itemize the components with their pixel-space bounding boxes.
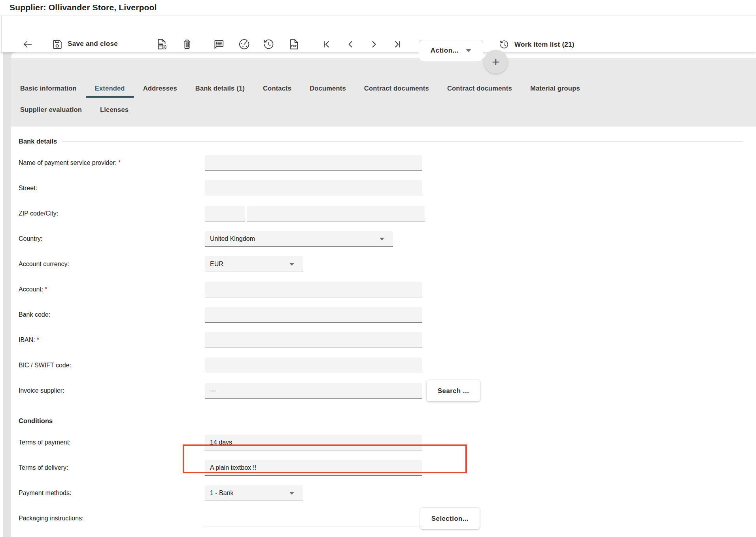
text-input[interactable]	[205, 357, 422, 373]
field-value: United Kingdom	[205, 235, 255, 242]
text-input[interactable]	[205, 180, 422, 196]
select-input[interactable]: EUR	[205, 256, 303, 272]
text-input[interactable]	[205, 307, 422, 323]
form-row: Country:United Kingdom	[11, 231, 756, 247]
form-row: ZIP code/City:	[11, 206, 756, 221]
form-row: IBAN:*	[11, 332, 756, 348]
field-label: Bank code:	[11, 311, 205, 318]
tab-licenses[interactable]: Licenses	[91, 106, 138, 119]
field-label: Country:	[11, 235, 205, 242]
next-record-icon[interactable]	[368, 38, 380, 51]
text-input[interactable]: A plain textbox !!	[205, 460, 422, 476]
field-label: ZIP code/City:	[11, 210, 205, 217]
text-input[interactable]	[205, 332, 422, 348]
back-arrow-icon[interactable]	[21, 38, 34, 51]
city-input[interactable]	[247, 206, 425, 221]
text-input[interactable]: 14 days	[205, 435, 422, 450]
text-input[interactable]	[205, 282, 422, 297]
tab-bank-details-1-[interactable]: Bank details (1)	[186, 85, 254, 98]
select-caret-icon	[380, 238, 384, 240]
comments-icon[interactable]	[212, 38, 225, 51]
form-row: Street:	[11, 180, 756, 196]
toolbar-left-divider	[1, 15, 2, 52]
section-rule	[62, 141, 743, 142]
field-value: A plain textbox !!	[205, 464, 256, 471]
field-label: BIC / SWIFT code:	[11, 362, 205, 369]
tab-contract-documents[interactable]: Contract documents	[438, 85, 521, 98]
section-rule	[58, 421, 743, 421]
field-label: Payment methods:	[11, 490, 205, 497]
tab-addresses[interactable]: Addresses	[134, 85, 186, 98]
save-icon[interactable]	[51, 38, 63, 51]
previous-record-icon[interactable]	[344, 38, 357, 51]
gauge-icon[interactable]	[238, 38, 250, 51]
svg-text:PDF: PDF	[291, 44, 297, 48]
form-row: Account currency:EUR	[11, 256, 756, 272]
left-gutter-strip	[3, 52, 11, 537]
tab-row-1: Basic informationExtendedAddressesBank d…	[11, 85, 589, 98]
tab-contacts[interactable]: Contacts	[254, 85, 301, 98]
field-value: 1 - Bank	[205, 490, 234, 497]
add-tab-button[interactable]: +	[484, 50, 508, 74]
chevron-down-icon	[466, 49, 471, 52]
form-row: Account:*	[11, 282, 756, 297]
first-record-icon[interactable]	[320, 38, 333, 51]
field-label: Account:*	[11, 286, 205, 293]
tab-extended[interactable]: Extended	[86, 85, 134, 98]
toolbar: Save and close	[0, 15, 756, 52]
field-label: Invoice supplier:	[11, 387, 205, 394]
tab-documents[interactable]: Documents	[301, 85, 355, 98]
form-row: Packaging instructions:Selection...	[11, 511, 756, 526]
field-label: Name of payment service provider:*	[11, 159, 205, 166]
work-item-list-button[interactable]: Work item list (21)	[499, 39, 575, 50]
select-input[interactable]: United Kingdom	[205, 231, 393, 247]
select-input[interactable]: 1 - Bank	[205, 485, 303, 501]
last-record-icon[interactable]	[391, 38, 404, 51]
tab-strip: + Basic informationExtendedAddressesBank…	[11, 52, 756, 127]
field-label: IBAN:*	[11, 337, 205, 344]
field-value: ---	[205, 387, 216, 394]
new-document-icon[interactable]	[155, 38, 168, 51]
pdf-export-icon[interactable]: PDF	[287, 38, 300, 51]
form-content: Bank detailsName of payment service prov…	[11, 137, 756, 526]
form-row: Payment methods:1 - Bank	[11, 485, 756, 501]
window-title-bar: Supplier: Ollivander Store, Liverpool	[0, 0, 756, 15]
field-label: Terms of delivery:	[11, 464, 205, 471]
text-input[interactable]	[205, 155, 422, 171]
page-title: Supplier: Ollivander Store, Liverpool	[9, 3, 157, 12]
field-label: Street:	[11, 185, 205, 192]
zip-input[interactable]	[205, 206, 245, 221]
field-value: 14 days	[205, 439, 232, 446]
form-row: Terms of payment:14 days	[11, 435, 756, 450]
form-panel: Bank detailsName of payment service prov…	[11, 127, 756, 537]
required-asterisk: *	[37, 337, 39, 343]
delete-icon[interactable]	[181, 38, 193, 51]
section-header: Bank details	[11, 137, 756, 146]
tab-basic-information[interactable]: Basic information	[11, 85, 86, 98]
select-caret-icon	[289, 492, 294, 495]
selection-button[interactable]: Selection...	[420, 508, 480, 529]
field-label: Account currency:	[11, 261, 205, 268]
action-dropdown-label: Action...	[431, 47, 459, 55]
tab-row-2: Supplier evaluationLicenses	[11, 106, 138, 119]
text-input[interactable]: ---	[205, 383, 422, 399]
action-dropdown-button[interactable]: Action...	[419, 40, 483, 61]
required-asterisk: *	[118, 159, 121, 166]
form-row: Bank code:	[11, 307, 756, 323]
form-row: Invoice supplier:---Search ...	[11, 383, 756, 399]
card-top-edge	[11, 52, 756, 58]
tab-supplier-evaluation[interactable]: Supplier evaluation	[11, 106, 91, 119]
history-icon[interactable]	[262, 38, 275, 51]
tab-contract-documents[interactable]: Contract documents	[355, 85, 438, 98]
section-title: Bank details	[19, 138, 57, 145]
save-and-close-button[interactable]: Save and close	[68, 40, 118, 48]
text-input[interactable]	[205, 511, 422, 526]
tab-material-groups[interactable]: Material groups	[521, 85, 589, 98]
section-title: Conditions	[19, 417, 53, 425]
select-caret-icon	[289, 263, 294, 266]
required-asterisk: *	[45, 286, 47, 293]
search-button[interactable]: Search ...	[427, 380, 480, 401]
history-clock-icon	[499, 39, 509, 50]
form-row: BIC / SWIFT code:	[11, 357, 756, 373]
field-label: Packaging instructions:	[11, 515, 205, 522]
